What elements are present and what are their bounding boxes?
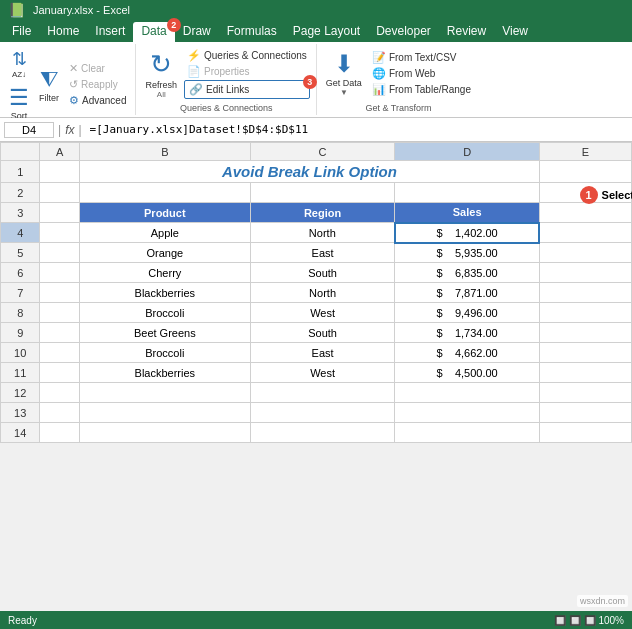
- cell-a1[interactable]: [40, 161, 79, 183]
- cell-e12[interactable]: [539, 383, 631, 403]
- cell-a8[interactable]: [40, 303, 79, 323]
- menu-insert[interactable]: Insert: [87, 22, 133, 40]
- cell-b11[interactable]: Blackberries: [79, 363, 250, 383]
- get-data-button[interactable]: ⬇ Get Data ▼: [323, 48, 365, 99]
- filter-button[interactable]: ⧨ Filter: [36, 65, 62, 105]
- cell-b14[interactable]: [79, 423, 250, 443]
- cell-d10[interactable]: $ 4,662.00: [395, 343, 540, 363]
- cell-c5[interactable]: East: [250, 243, 395, 263]
- cell-a14[interactable]: [40, 423, 79, 443]
- cell-e7[interactable]: [539, 283, 631, 303]
- cell-b6[interactable]: Cherry: [79, 263, 250, 283]
- from-text-csv-button[interactable]: 📝 From Text/CSV: [369, 50, 474, 65]
- col-header-d[interactable]: D: [395, 143, 540, 161]
- cell-b13[interactable]: [79, 403, 250, 423]
- menu-home[interactable]: Home: [39, 22, 87, 40]
- edit-links-button[interactable]: 🔗 Edit Links 3: [184, 80, 310, 99]
- cell-e9[interactable]: [539, 323, 631, 343]
- cell-d12[interactable]: [395, 383, 540, 403]
- queries-connections-button[interactable]: ⚡ Queries & Connections: [184, 48, 310, 63]
- cell-a10[interactable]: [40, 343, 79, 363]
- reapply-button[interactable]: ↺ Reapply: [66, 77, 129, 92]
- sort-button[interactable]: ☰ Sort: [6, 83, 32, 123]
- cell-c12[interactable]: [250, 383, 395, 403]
- menu-file[interactable]: File: [4, 22, 39, 40]
- cell-a12[interactable]: [40, 383, 79, 403]
- cell-e4[interactable]: [539, 223, 631, 243]
- cell-e11[interactable]: [539, 363, 631, 383]
- cell-c6[interactable]: South: [250, 263, 395, 283]
- row-num-10: 10: [1, 343, 40, 363]
- cell-c13[interactable]: [250, 403, 395, 423]
- cell-d3-sales[interactable]: Sales: [395, 203, 540, 223]
- cell-b2[interactable]: [79, 183, 250, 203]
- cell-d11[interactable]: $ 4,500.00: [395, 363, 540, 383]
- cell-e10[interactable]: [539, 343, 631, 363]
- cell-c2[interactable]: [250, 183, 395, 203]
- cell-e13[interactable]: [539, 403, 631, 423]
- cell-a2[interactable]: [40, 183, 79, 203]
- cell-c10[interactable]: East: [250, 343, 395, 363]
- cell-c14[interactable]: [250, 423, 395, 443]
- cell-b10[interactable]: Broccoli: [79, 343, 250, 363]
- cell-d8[interactable]: $ 9,496.00: [395, 303, 540, 323]
- cell-d14[interactable]: [395, 423, 540, 443]
- refresh-all-button[interactable]: ↻ Refresh All: [142, 47, 180, 101]
- cell-c9[interactable]: South: [250, 323, 395, 343]
- cell-a4[interactable]: [40, 223, 79, 243]
- cell-a3[interactable]: [40, 203, 79, 223]
- clear-button[interactable]: ✕ Clear: [66, 61, 129, 76]
- menu-draw[interactable]: Draw: [175, 22, 219, 40]
- cell-reference-input[interactable]: [4, 122, 54, 138]
- cell-b1-title[interactable]: Avoid Break Link Option: [79, 161, 539, 183]
- from-web-button[interactable]: 🌐 From Web: [369, 66, 474, 81]
- menu-page-layout[interactable]: Page Layout: [285, 22, 368, 40]
- menu-data[interactable]: Data 2: [133, 22, 174, 40]
- cell-b8[interactable]: Broccoli: [79, 303, 250, 323]
- cell-b12[interactable]: [79, 383, 250, 403]
- cell-a7[interactable]: [40, 283, 79, 303]
- cell-d7[interactable]: $ 7,871.00: [395, 283, 540, 303]
- properties-button[interactable]: 📄 Properties: [184, 64, 310, 79]
- cell-d6[interactable]: $ 6,835.00: [395, 263, 540, 283]
- cell-c4[interactable]: North: [250, 223, 395, 243]
- cell-c3-region[interactable]: Region: [250, 203, 395, 223]
- cell-d2[interactable]: 1 Select the cell ↙: [395, 183, 540, 203]
- cell-e14[interactable]: [539, 423, 631, 443]
- cell-a5[interactable]: [40, 243, 79, 263]
- cell-d13[interactable]: [395, 403, 540, 423]
- cell-e6[interactable]: [539, 263, 631, 283]
- cell-d5[interactable]: $ 5,935.00: [395, 243, 540, 263]
- menu-view[interactable]: View: [494, 22, 536, 40]
- col-header-c[interactable]: C: [250, 143, 395, 161]
- menu-formulas[interactable]: Formulas: [219, 22, 285, 40]
- menu-developer[interactable]: Developer: [368, 22, 439, 40]
- col-header-e[interactable]: E: [539, 143, 631, 161]
- cell-c7[interactable]: North: [250, 283, 395, 303]
- col-header-a[interactable]: A: [40, 143, 79, 161]
- cell-d9[interactable]: $ 1,734.00: [395, 323, 540, 343]
- sort-az-button[interactable]: ⇅ AZ↓: [7, 46, 31, 81]
- cell-c11[interactable]: West: [250, 363, 395, 383]
- col-header-b[interactable]: B: [79, 143, 250, 161]
- cell-b7[interactable]: Blackberries: [79, 283, 250, 303]
- advanced-button[interactable]: ⚙ Advanced: [66, 93, 129, 108]
- from-table-range-button[interactable]: 📊 From Table/Range: [369, 82, 474, 97]
- cell-b9[interactable]: Beet Greens: [79, 323, 250, 343]
- formula-input[interactable]: [86, 122, 628, 137]
- cell-c8[interactable]: West: [250, 303, 395, 323]
- cell-a13[interactable]: [40, 403, 79, 423]
- cell-d4[interactable]: $ 1,402.00: [395, 223, 540, 243]
- table-row: 1 Avoid Break Link Option: [1, 161, 632, 183]
- cell-e1[interactable]: [539, 161, 631, 183]
- cell-b5[interactable]: Orange: [79, 243, 250, 263]
- cell-e8[interactable]: [539, 303, 631, 323]
- cell-a9[interactable]: [40, 323, 79, 343]
- watermark: wsxdn.com: [577, 595, 628, 607]
- cell-b4[interactable]: Apple: [79, 223, 250, 243]
- menu-review[interactable]: Review: [439, 22, 494, 40]
- cell-a6[interactable]: [40, 263, 79, 283]
- cell-a11[interactable]: [40, 363, 79, 383]
- cell-b3-product[interactable]: Product: [79, 203, 250, 223]
- cell-e5[interactable]: [539, 243, 631, 263]
